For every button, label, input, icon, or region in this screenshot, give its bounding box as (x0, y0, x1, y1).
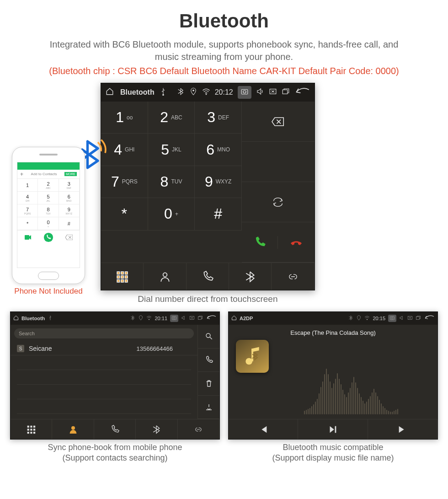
volume-icon[interactable] (399, 315, 405, 322)
key-3[interactable]: 3DEF (195, 102, 242, 134)
recent-apps-icon[interactable] (416, 315, 421, 322)
more-label: MORE (64, 172, 77, 176)
svg-rect-11 (125, 272, 128, 274)
screenshot-icon[interactable] (170, 315, 178, 322)
svg-point-24 (206, 333, 210, 338)
svg-rect-10 (121, 272, 123, 274)
call-button[interactable] (197, 349, 219, 372)
swap-button[interactable] (242, 182, 315, 222)
call-button[interactable] (242, 236, 278, 249)
backspace-button[interactable] (242, 102, 315, 142)
svg-rect-29 (31, 429, 32, 430)
phone-caption: Phone Not Included (14, 287, 82, 296)
tab-pair[interactable] (178, 419, 219, 439)
backspace-icon (59, 231, 80, 244)
next-track-button[interactable] (368, 419, 437, 439)
plus-icon: + (20, 171, 23, 177)
close-screen-icon[interactable] (189, 315, 195, 322)
svg-point-18 (163, 273, 167, 277)
add-contacts-label: Add to Contacts (31, 172, 57, 176)
svg-rect-0 (25, 235, 29, 240)
back-icon[interactable] (294, 87, 310, 97)
svg-rect-36 (390, 317, 395, 320)
volume-icon[interactable] (256, 87, 264, 97)
tab-bluetooth[interactable] (136, 419, 177, 439)
midrow-empty (242, 142, 315, 182)
contact-number: 13566664466 (136, 345, 173, 352)
svg-point-21 (173, 317, 175, 319)
volume-icon[interactable] (181, 315, 187, 322)
svg-rect-26 (31, 425, 32, 427)
svg-rect-17 (125, 279, 128, 282)
key-1[interactable]: 1oo (101, 102, 148, 134)
svg-rect-8 (283, 90, 288, 94)
home-icon[interactable] (231, 315, 237, 322)
play-pause-button[interactable] (298, 419, 368, 439)
album-art-icon (236, 340, 269, 373)
svg-point-6 (243, 91, 246, 93)
svg-rect-25 (27, 425, 29, 427)
headunit-dialer-screen: Bluetooth 20:12 1oo2ABC3DEF4GHI5JKL6MNO7… (101, 83, 315, 290)
svg-rect-39 (416, 317, 420, 320)
svg-rect-12 (117, 275, 119, 278)
back-icon[interactable] (206, 315, 217, 322)
hangup-button[interactable] (278, 236, 314, 249)
close-screen-icon[interactable] (407, 315, 413, 322)
tab-bluetooth[interactable] (229, 263, 272, 290)
home-icon[interactable] (13, 315, 19, 322)
recent-apps-icon[interactable] (197, 315, 203, 322)
page-spec: (Bluetooth chip : CSR BC6 Default Blueto… (9, 66, 439, 76)
prev-track-button[interactable] (229, 419, 298, 439)
svg-point-2 (162, 94, 164, 96)
phonebook-caption-2: (Support contacts searching) (10, 453, 220, 463)
key-6[interactable]: 6MNO (195, 134, 242, 166)
phone-dialpad: 12ABC3DEF4GHI5JKL6MNO7PQRS8TUV9WXYZ*0+# (17, 179, 80, 230)
key-#[interactable]: # (195, 198, 242, 230)
tab-pair[interactable] (272, 263, 314, 290)
search-input[interactable]: Search (14, 328, 194, 338)
sync-button[interactable] (197, 396, 219, 419)
headunit-statusbar: Bluetooth 20:12 (101, 83, 315, 102)
svg-rect-42 (335, 426, 336, 433)
back-icon[interactable] (424, 315, 435, 322)
contact-name: Seicane (29, 345, 132, 352)
contact-row[interactable]: S Seicane 13566664466 (11, 342, 197, 355)
key-9[interactable]: 9WXYZ (195, 166, 242, 198)
key-8[interactable]: 8TUV (148, 166, 195, 198)
screenshot-icon[interactable] (238, 86, 251, 99)
contact-badge: S (17, 345, 24, 352)
svg-point-40 (245, 358, 252, 365)
location-icon (356, 315, 362, 322)
now-playing-title: Escape (The Pina Colada Song) (290, 329, 375, 336)
screenshot-icon[interactable] (388, 315, 396, 322)
key-2[interactable]: 2ABC (148, 102, 195, 134)
usb-icon (48, 315, 53, 322)
tab-calllog[interactable] (94, 419, 136, 439)
svg-rect-28 (27, 429, 29, 430)
tab-calllog[interactable] (187, 263, 229, 290)
phonebook-caption-1: Sync phone-book from mobile phone (10, 442, 220, 453)
headunit-caption: Dial number direct from touchscreen (101, 294, 315, 304)
clock-time: 20:15 (373, 316, 385, 321)
key-0[interactable]: 0+ (148, 198, 195, 230)
home-icon[interactable] (106, 87, 114, 97)
tab-keypad[interactable] (11, 419, 52, 439)
key-5[interactable]: 5JKL (148, 134, 195, 166)
search-button[interactable] (197, 325, 219, 349)
mobile-phone-mockup: + Add to Contacts MORE 12ABC3DEF4GHI5JKL… (12, 147, 85, 284)
location-icon (189, 87, 197, 97)
delete-button[interactable] (197, 372, 219, 396)
tab-contacts[interactable] (52, 419, 94, 439)
wifi-icon (364, 315, 370, 322)
svg-rect-16 (121, 279, 123, 282)
svg-rect-14 (125, 275, 128, 278)
key-*[interactable]: * (101, 198, 148, 230)
tab-keypad[interactable] (101, 263, 144, 290)
close-screen-icon[interactable] (269, 87, 277, 97)
recent-apps-icon[interactable] (282, 87, 290, 97)
tab-contacts[interactable] (144, 263, 186, 290)
page-description: Integrated with BC6 Bluetooth module, su… (37, 38, 411, 63)
headunit-keypad: 1oo2ABC3DEF4GHI5JKL6MNO7PQRS8TUV9WXYZ*0+… (101, 102, 242, 263)
svg-rect-30 (33, 429, 35, 430)
clock-time: 20:11 (155, 316, 167, 321)
